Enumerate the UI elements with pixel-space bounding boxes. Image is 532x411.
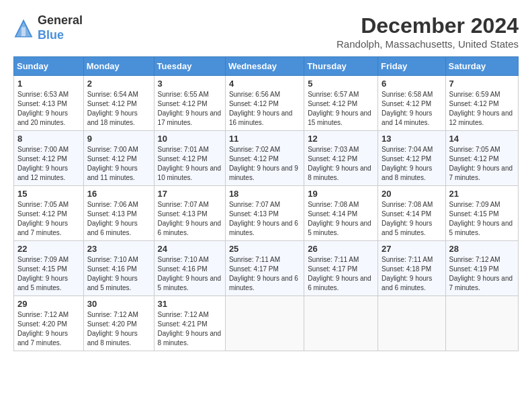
day-cell: 8Sunrise: 7:00 AMSunset: 4:12 PMDaylight… bbox=[14, 131, 84, 186]
day-cell: 7Sunrise: 6:59 AMSunset: 4:12 PMDaylight… bbox=[445, 76, 518, 131]
header: General Blue December 2024 Randolph, Mas… bbox=[13, 13, 519, 50]
day-cell: 21Sunrise: 7:09 AMSunset: 4:15 PMDayligh… bbox=[445, 186, 518, 241]
logo: General Blue bbox=[13, 13, 83, 42]
day-info: Sunrise: 7:11 AMSunset: 4:17 PMDaylight:… bbox=[229, 255, 300, 293]
day-info: Sunrise: 7:07 AMSunset: 4:13 PMDaylight:… bbox=[229, 200, 300, 238]
week-row-2: 8Sunrise: 7:00 AMSunset: 4:12 PMDaylight… bbox=[14, 131, 519, 186]
day-cell bbox=[225, 296, 304, 351]
day-cell: 10Sunrise: 7:01 AMSunset: 4:12 PMDayligh… bbox=[154, 131, 225, 186]
day-info: Sunrise: 7:12 AMSunset: 4:19 PMDaylight:… bbox=[449, 255, 515, 293]
day-info: Sunrise: 7:06 AMSunset: 4:13 PMDaylight:… bbox=[87, 200, 150, 238]
logo-line1: General bbox=[38, 13, 83, 28]
day-number: 3 bbox=[158, 79, 222, 89]
day-cell: 6Sunrise: 6:58 AMSunset: 4:12 PMDaylight… bbox=[378, 76, 445, 131]
logo-line2: Blue bbox=[38, 28, 83, 43]
day-cell: 9Sunrise: 7:00 AMSunset: 4:12 PMDaylight… bbox=[83, 131, 154, 186]
day-info: Sunrise: 6:55 AMSunset: 4:12 PMDaylight:… bbox=[158, 90, 222, 128]
week-row-1: 1Sunrise: 6:53 AMSunset: 4:13 PMDaylight… bbox=[14, 76, 519, 131]
title-area: December 2024 Randolph, Massachusetts, U… bbox=[337, 13, 519, 50]
day-info: Sunrise: 7:12 AMSunset: 4:20 PMDaylight:… bbox=[87, 310, 150, 348]
day-number: 24 bbox=[158, 244, 222, 254]
day-info: Sunrise: 6:54 AMSunset: 4:12 PMDaylight:… bbox=[87, 90, 150, 128]
svg-rect-2 bbox=[21, 27, 26, 36]
col-header-thursday: Thursday bbox=[304, 57, 378, 76]
day-cell bbox=[445, 296, 518, 351]
header-row: SundayMondayTuesdayWednesdayThursdayFrid… bbox=[14, 57, 519, 76]
week-row-3: 15Sunrise: 7:05 AMSunset: 4:12 PMDayligh… bbox=[14, 186, 519, 241]
col-header-friday: Friday bbox=[378, 57, 445, 76]
day-info: Sunrise: 7:10 AMSunset: 4:16 PMDaylight:… bbox=[158, 255, 222, 293]
day-cell: 18Sunrise: 7:07 AMSunset: 4:13 PMDayligh… bbox=[225, 186, 304, 241]
calendar-subtitle: Randolph, Massachusetts, United States bbox=[337, 38, 519, 50]
day-cell: 22Sunrise: 7:09 AMSunset: 4:15 PMDayligh… bbox=[14, 241, 84, 296]
day-cell: 3Sunrise: 6:55 AMSunset: 4:12 PMDaylight… bbox=[154, 76, 225, 131]
day-info: Sunrise: 7:05 AMSunset: 4:12 PMDaylight:… bbox=[449, 145, 515, 183]
day-cell: 2Sunrise: 6:54 AMSunset: 4:12 PMDaylight… bbox=[83, 76, 154, 131]
day-number: 10 bbox=[158, 134, 222, 144]
calendar-table: SundayMondayTuesdayWednesdayThursdayFrid… bbox=[13, 56, 519, 351]
day-info: Sunrise: 7:09 AMSunset: 4:15 PMDaylight:… bbox=[17, 255, 80, 293]
day-cell: 4Sunrise: 6:56 AMSunset: 4:12 PMDaylight… bbox=[225, 76, 304, 131]
day-cell: 13Sunrise: 7:04 AMSunset: 4:12 PMDayligh… bbox=[378, 131, 445, 186]
day-number: 19 bbox=[308, 189, 374, 199]
day-cell: 1Sunrise: 6:53 AMSunset: 4:13 PMDaylight… bbox=[14, 76, 84, 131]
day-number: 15 bbox=[17, 189, 80, 199]
day-number: 12 bbox=[308, 134, 374, 144]
day-info: Sunrise: 6:53 AMSunset: 4:13 PMDaylight:… bbox=[17, 90, 80, 128]
col-header-tuesday: Tuesday bbox=[154, 57, 225, 76]
day-info: Sunrise: 7:05 AMSunset: 4:12 PMDaylight:… bbox=[17, 200, 80, 238]
day-info: Sunrise: 7:01 AMSunset: 4:12 PMDaylight:… bbox=[158, 145, 222, 183]
day-cell: 12Sunrise: 7:03 AMSunset: 4:12 PMDayligh… bbox=[304, 131, 378, 186]
day-cell: 27Sunrise: 7:11 AMSunset: 4:18 PMDayligh… bbox=[378, 241, 445, 296]
day-cell: 5Sunrise: 6:57 AMSunset: 4:12 PMDaylight… bbox=[304, 76, 378, 131]
day-number: 11 bbox=[229, 134, 300, 144]
day-cell: 30Sunrise: 7:12 AMSunset: 4:20 PMDayligh… bbox=[83, 296, 154, 351]
day-info: Sunrise: 7:12 AMSunset: 4:20 PMDaylight:… bbox=[17, 310, 80, 348]
day-number: 27 bbox=[382, 244, 441, 254]
day-cell: 25Sunrise: 7:11 AMSunset: 4:17 PMDayligh… bbox=[225, 241, 304, 296]
day-number: 6 bbox=[382, 79, 441, 89]
day-info: Sunrise: 7:00 AMSunset: 4:12 PMDaylight:… bbox=[87, 145, 150, 183]
day-number: 28 bbox=[449, 244, 515, 254]
day-number: 1 bbox=[17, 79, 80, 89]
day-number: 18 bbox=[229, 189, 300, 199]
day-number: 21 bbox=[449, 189, 515, 199]
day-number: 13 bbox=[382, 134, 441, 144]
col-header-wednesday: Wednesday bbox=[225, 57, 304, 76]
day-cell: 20Sunrise: 7:08 AMSunset: 4:14 PMDayligh… bbox=[378, 186, 445, 241]
day-cell: 31Sunrise: 7:12 AMSunset: 4:21 PMDayligh… bbox=[154, 296, 225, 351]
day-number: 5 bbox=[308, 79, 374, 89]
col-header-monday: Monday bbox=[83, 57, 154, 76]
day-number: 9 bbox=[87, 134, 150, 144]
day-cell: 28Sunrise: 7:12 AMSunset: 4:19 PMDayligh… bbox=[445, 241, 518, 296]
day-info: Sunrise: 7:10 AMSunset: 4:16 PMDaylight:… bbox=[87, 255, 150, 293]
day-info: Sunrise: 6:56 AMSunset: 4:12 PMDaylight:… bbox=[229, 90, 300, 128]
day-info: Sunrise: 7:09 AMSunset: 4:15 PMDaylight:… bbox=[449, 200, 515, 238]
week-row-5: 29Sunrise: 7:12 AMSunset: 4:20 PMDayligh… bbox=[14, 296, 519, 351]
day-number: 22 bbox=[17, 244, 80, 254]
week-row-4: 22Sunrise: 7:09 AMSunset: 4:15 PMDayligh… bbox=[14, 241, 519, 296]
logo-text: General Blue bbox=[38, 13, 83, 42]
day-info: Sunrise: 7:08 AMSunset: 4:14 PMDaylight:… bbox=[308, 200, 374, 238]
day-info: Sunrise: 7:07 AMSunset: 4:13 PMDaylight:… bbox=[158, 200, 222, 238]
day-cell: 15Sunrise: 7:05 AMSunset: 4:12 PMDayligh… bbox=[14, 186, 84, 241]
day-info: Sunrise: 6:59 AMSunset: 4:12 PMDaylight:… bbox=[449, 90, 515, 128]
col-header-saturday: Saturday bbox=[445, 57, 518, 76]
day-number: 30 bbox=[87, 299, 150, 309]
day-cell: 17Sunrise: 7:07 AMSunset: 4:13 PMDayligh… bbox=[154, 186, 225, 241]
logo-icon bbox=[13, 18, 34, 38]
day-info: Sunrise: 7:03 AMSunset: 4:12 PMDaylight:… bbox=[308, 145, 374, 183]
day-cell: 11Sunrise: 7:02 AMSunset: 4:12 PMDayligh… bbox=[225, 131, 304, 186]
day-cell: 26Sunrise: 7:11 AMSunset: 4:17 PMDayligh… bbox=[304, 241, 378, 296]
day-number: 23 bbox=[87, 244, 150, 254]
day-info: Sunrise: 7:04 AMSunset: 4:12 PMDaylight:… bbox=[382, 145, 441, 183]
day-number: 31 bbox=[158, 299, 222, 309]
day-info: Sunrise: 7:12 AMSunset: 4:21 PMDaylight:… bbox=[158, 310, 222, 348]
day-number: 26 bbox=[308, 244, 374, 254]
day-number: 4 bbox=[229, 79, 300, 89]
day-cell bbox=[304, 296, 378, 351]
day-cell: 19Sunrise: 7:08 AMSunset: 4:14 PMDayligh… bbox=[304, 186, 378, 241]
day-number: 29 bbox=[17, 299, 80, 309]
day-number: 17 bbox=[158, 189, 222, 199]
day-info: Sunrise: 6:58 AMSunset: 4:12 PMDaylight:… bbox=[382, 90, 441, 128]
